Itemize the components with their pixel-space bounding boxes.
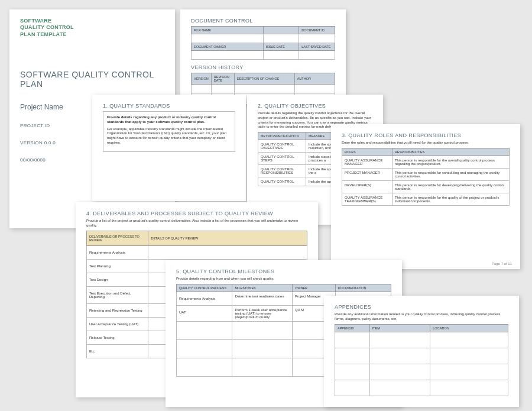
sec5-desc: Provide details regarding how and when y… <box>176 277 391 281</box>
appendix-table: APPENDIX ITEM LOCATION <box>335 324 508 396</box>
template-heading: SOFTWARE QUALITY CONTROL PLAN TEMPLATE <box>20 18 164 38</box>
sec1-page: 1. QUALITY STANDARDS Provide details reg… <box>92 95 246 201</box>
appendix-page: APPENDICES Provide any additional inform… <box>324 296 519 407</box>
sec1-p2: For example, applicable industry standar… <box>107 127 231 145</box>
sec1-heading: 1. QUALITY STANDARDS <box>103 103 235 109</box>
sec3-page: 3. QUALITY ROLES AND RESPONSIBILITIES En… <box>331 124 520 269</box>
doc-control-page: DOCUMENT CONTROL FILE NAMEDOCUMENT ID DO… <box>180 9 346 104</box>
appendix-desc: Provide any additional information relat… <box>335 312 508 322</box>
doc-control-heading: DOCUMENT CONTROL <box>191 18 335 24</box>
tpl-line3: PLAN TEMPLATE <box>20 31 164 38</box>
sec3-heading: 3. QUALITY ROLES AND RESPONSIBILITIES <box>342 132 510 138</box>
sec3-table: ROLESRESPONSIBILITIES QUALITY ASSURANCE … <box>342 148 510 206</box>
doc-control-table1: FILE NAMEDOCUMENT ID DOCUMENT OWNERISSUE… <box>191 26 335 60</box>
sec4-heading: 4. DELIVERABLES AND PROCESSES SUBJECT TO… <box>86 211 307 216</box>
tpl-line2: QUALITY CONTROL <box>20 24 164 31</box>
sec5-heading: 5. QUALITY CONTROL MILESTONES <box>176 268 391 274</box>
page-footer: Page 7 of 11 <box>492 262 512 266</box>
sec2-heading: 2. QUALITY OBJECTIVES <box>258 103 372 109</box>
sec3-desc: Enter the roles and responsibilities tha… <box>342 141 510 145</box>
document-title: SOFTWARE QUALITY CONTROL PLAN <box>20 70 164 89</box>
sec4-desc: Provide a list of the project or product… <box>86 219 307 228</box>
sec1-p1: Provide details regarding any product or… <box>107 115 231 125</box>
appendix-heading: APPENDICES <box>335 304 508 310</box>
tpl-line1: SOFTWARE <box>20 18 164 24</box>
version-history-heading: VERSION HISTORY <box>191 64 335 70</box>
